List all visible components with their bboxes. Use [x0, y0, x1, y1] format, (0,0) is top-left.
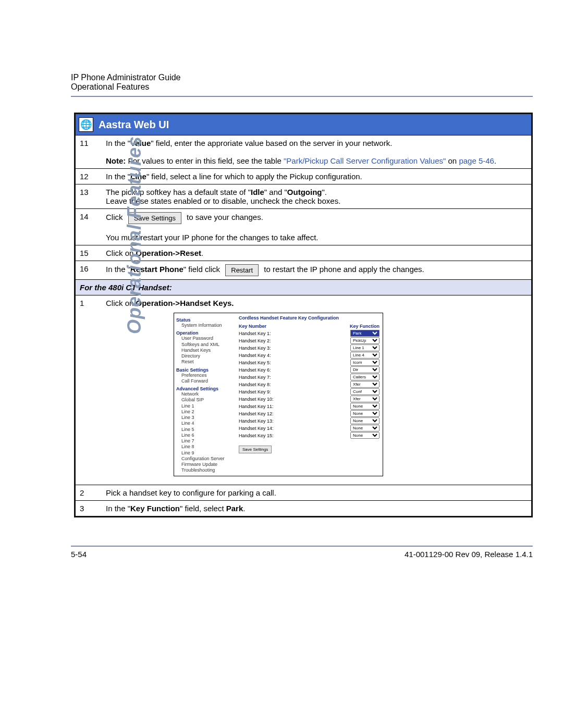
key-function-select[interactable]: Xfer — [350, 381, 380, 388]
nav-item[interactable]: Line 7 — [176, 438, 234, 444]
key-function-select[interactable]: Xfer — [350, 396, 380, 402]
handset-key-row: Handset Key 12:None — [239, 410, 380, 417]
page-footer: 5-54 41-001129-00 Rev 09, Release 1.4.1 — [71, 546, 533, 559]
key-function-select[interactable]: Line 1 — [350, 344, 380, 351]
handset-key-row: Handset Key 3:Line 1 — [239, 344, 380, 351]
handset-key-row: Handset Key 13:None — [239, 417, 380, 424]
handset-key-label: Handset Key 15: — [239, 433, 274, 438]
step-num: 2 — [76, 485, 102, 500]
nav-item[interactable]: Handset Keys — [176, 348, 234, 353]
step-content: In the "Restart Phone" field click Resta… — [102, 261, 531, 280]
nav-item[interactable]: Line 5 — [176, 427, 234, 433]
key-function-select[interactable]: None — [350, 403, 380, 410]
step-content: Click Save Settings to save your changes… — [102, 209, 531, 245]
webui-save-button[interactable]: Save Settings — [239, 446, 272, 453]
step-content: In the "Value" field, enter the approria… — [102, 135, 531, 169]
nav-item[interactable]: Directory — [176, 353, 234, 359]
nav-item[interactable]: Preferences — [176, 373, 234, 378]
handset-key-row: Handset Key 2:PickUp — [239, 337, 380, 344]
nav-item[interactable]: Line 4 — [176, 421, 234, 426]
header-title: IP Phone Administrator Guide — [71, 73, 533, 82]
handset-key-label: Handset Key 13: — [239, 418, 274, 424]
handset-key-label: Handset Key 6: — [239, 367, 271, 373]
handset-key-row: Handset Key 10:Xfer — [239, 396, 380, 402]
panel-title-bar: 🌐 Aastra Web UI — [76, 114, 531, 135]
handset-key-label: Handset Key 2: — [239, 338, 271, 343]
handset-key-label: Handset Key 8: — [239, 382, 271, 387]
nav-cat-status: Status — [176, 317, 234, 323]
step-num: 15 — [76, 245, 102, 261]
handset-key-label: Handset Key 10: — [239, 397, 274, 402]
nav-item[interactable]: Line 2 — [176, 409, 234, 415]
nav-item[interactable]: Network — [176, 391, 234, 397]
nav-item[interactable]: User Password — [176, 336, 234, 341]
step-content: The pickup softkey has a default state o… — [102, 184, 531, 209]
nav-item[interactable]: Firmware Update — [176, 462, 234, 467]
globe-icon: 🌐 — [79, 117, 93, 132]
key-function-select[interactable]: None — [350, 425, 380, 431]
handset-key-row: Handset Key 7:Callers — [239, 374, 380, 380]
header-rule — [71, 96, 533, 97]
col-key-number: Key Number — [239, 324, 266, 329]
nav-item[interactable]: Line 8 — [176, 444, 234, 450]
nav-item[interactable]: Troubleshooting — [176, 467, 234, 473]
nav-cat-operation: Operation — [176, 330, 234, 336]
nav-item[interactable]: Line 1 — [176, 403, 234, 409]
nav-item[interactable]: Call Forward — [176, 378, 234, 384]
key-function-select[interactable]: Callers — [350, 374, 380, 380]
header-subtitle: Operational Features — [71, 82, 533, 92]
table-row: 3 In the "Key Function" field, select Pa… — [76, 500, 531, 516]
step-content: In the "Key Function" field, select Park… — [102, 500, 531, 516]
col-key-function: Key Function — [350, 324, 380, 329]
table-row: 2 Pick a handset key to configure for pa… — [76, 485, 531, 500]
handset-key-row: Handset Key 14:None — [239, 425, 380, 431]
step-num: 16 — [76, 261, 102, 280]
restart-button: Restart — [225, 264, 259, 276]
handset-key-row: Handset Key 5:Icom — [239, 359, 380, 366]
handset-key-label: Handset Key 7: — [239, 375, 271, 380]
nav-item[interactable]: Line 3 — [176, 415, 234, 421]
key-function-select[interactable]: Line 4 — [350, 352, 380, 359]
handset-key-label: Handset Key 5: — [239, 360, 271, 365]
key-function-select[interactable]: None — [350, 417, 380, 424]
key-function-select[interactable]: Conf — [350, 388, 380, 395]
step-num: 1 — [76, 295, 102, 485]
handset-key-label: Handset Key 1: — [239, 331, 271, 336]
nav-item[interactable]: Line 6 — [176, 433, 234, 438]
handset-key-label: Handset Key 12: — [239, 411, 274, 416]
nav-item[interactable]: System Information — [176, 323, 234, 328]
step-num: 12 — [76, 169, 102, 184]
webui-main: Cordless Handset Feature Key Configurati… — [236, 313, 383, 476]
page-header: IP Phone Administrator Guide Operational… — [0, 16, 563, 97]
nav-cat-basic: Basic Settings — [176, 367, 234, 373]
nav-item[interactable]: Reset — [176, 359, 234, 365]
nav-item[interactable]: Line 9 — [176, 450, 234, 456]
handset-key-row: Handset Key 8:Xfer — [239, 381, 380, 388]
step-content: Click on Operation->Reset. — [102, 245, 531, 261]
key-function-select[interactable]: None — [350, 432, 380, 439]
handset-key-row: Handset Key 11:None — [239, 403, 380, 410]
step-content: In the "Line" field, select a line for w… — [102, 169, 531, 184]
key-function-select[interactable]: Park — [350, 330, 380, 337]
key-function-select[interactable]: None — [350, 410, 380, 417]
handset-key-row: Handset Key 15:None — [239, 432, 380, 439]
document-page: IP Phone Administrator Guide Operational… — [0, 0, 563, 728]
nav-item[interactable]: Configuration Server — [176, 456, 234, 462]
key-function-select[interactable]: Icom — [350, 359, 380, 366]
step-b1-text: Click on Operation->Handset Keys. — [106, 299, 527, 307]
nav-item[interactable]: Global SIP — [176, 397, 234, 403]
nav-item[interactable]: Softkeys and XML — [176, 342, 234, 348]
handset-key-label: Handset Key 11: — [239, 404, 274, 409]
nav-cat-advanced: Advanced Settings — [176, 386, 234, 391]
key-function-select[interactable]: PickUp — [350, 337, 380, 344]
footer-doc: 41-001129-00 Rev 09, Release 1.4.1 — [405, 550, 533, 559]
handset-key-row: Handset Key 9:Conf — [239, 388, 380, 395]
panel-title: Aastra Web UI — [99, 119, 169, 131]
webui-main-title: Cordless Handset Feature Key Configurati… — [239, 315, 380, 320]
handset-key-label: Handset Key 14: — [239, 426, 274, 431]
step-num: 14 — [76, 209, 102, 245]
footer-page: 5-54 — [71, 550, 87, 559]
webui-nav: Status System Information Operation User… — [174, 313, 236, 476]
step-num: 3 — [76, 500, 102, 516]
key-function-select[interactable]: Dir — [350, 366, 380, 373]
